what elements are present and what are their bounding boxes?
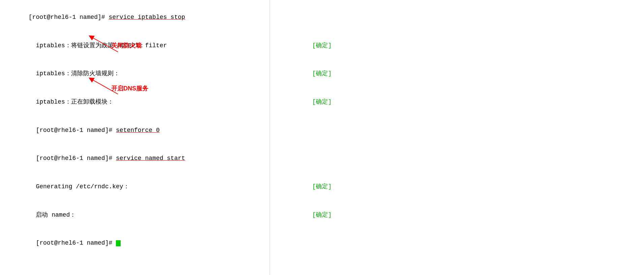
line-setenforce: [root@rhel6-1 named]# setenforce 0	[7, 116, 637, 145]
cmd-setenforce: setenforce 0	[116, 127, 160, 134]
annotation-firewall: 关闭防火墙	[111, 41, 142, 51]
line-named-out1: Generating /etc/rndc.key： [确定]	[7, 173, 637, 201]
cmd-named-start: service named start	[116, 155, 185, 162]
status-iptables-1: [确定]	[312, 42, 332, 49]
terminal-cursor	[116, 240, 121, 246]
prompt-final: [root@rhel6-1 named]#	[36, 240, 116, 246]
prompt-named-start: [root@rhel6-1 named]#	[36, 155, 116, 162]
status-iptables-3: [确定]	[312, 99, 332, 105]
prompt-1: [root@rhel6-1 named]#	[29, 14, 109, 21]
line-named-out2: 启动 named： [确定]	[7, 201, 637, 229]
line-iptables-stop: [root@rhel6-1 named]# service iptables s…	[7, 3, 637, 32]
cmd-iptables-stop: service iptables stop	[109, 14, 185, 21]
output-named-2: 启动 named：	[36, 212, 76, 218]
terminal-window: [root@rhel6-1 named]# service iptables s…	[0, 0, 644, 275]
line-named-start: [root@rhel6-1 named]# service named star…	[7, 144, 637, 173]
status-named-1: [确定]	[312, 183, 332, 190]
status-named-2: [确定]	[312, 212, 332, 218]
prompt-setenforce: [root@rhel6-1 named]#	[36, 127, 116, 134]
status-iptables-2: [确定]	[312, 70, 332, 77]
line-final-prompt: [root@rhel6-1 named]#	[7, 229, 637, 257]
output-named-1: Generating /etc/rndc.key：	[36, 183, 129, 190]
annotation-dns: 开启DNS服务	[111, 84, 148, 93]
output-iptables-3: iptables：正在卸载模块：	[36, 99, 113, 105]
